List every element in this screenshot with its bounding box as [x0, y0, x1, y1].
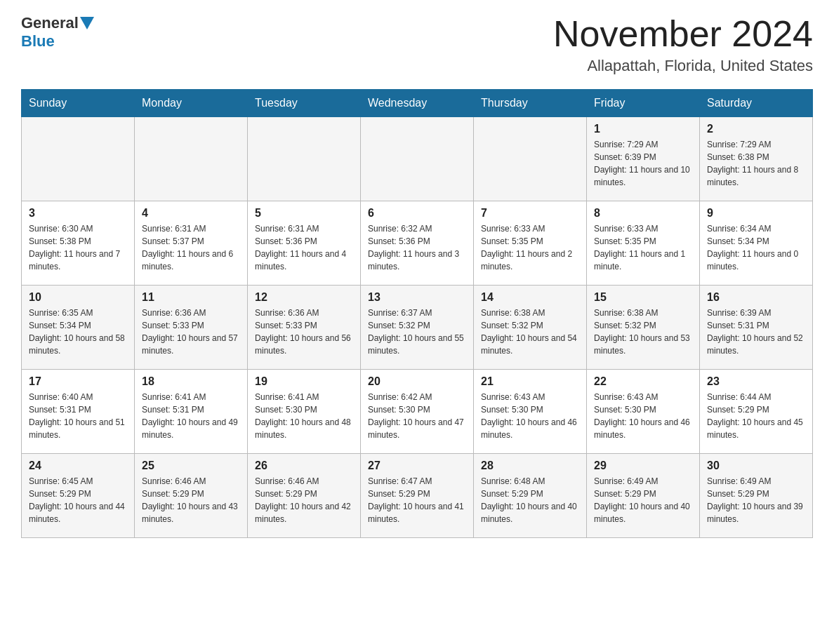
cell-week2-day5: 8Sunrise: 6:33 AMSunset: 5:35 PMDaylight… [587, 201, 700, 286]
day-number: 30 [707, 459, 805, 472]
day-info: Sunrise: 6:40 AMSunset: 5:31 PMDaylight:… [29, 391, 127, 441]
cell-week5-day6: 30Sunrise: 6:49 AMSunset: 5:29 PMDayligh… [700, 454, 813, 538]
day-info: Sunrise: 6:44 AMSunset: 5:29 PMDaylight:… [707, 391, 805, 441]
cell-week5-day0: 24Sunrise: 6:45 AMSunset: 5:29 PMDayligh… [22, 454, 135, 538]
day-number: 23 [707, 375, 805, 388]
cell-week3-day6: 16Sunrise: 6:39 AMSunset: 5:31 PMDayligh… [700, 286, 813, 370]
cell-week1-day6: 2Sunrise: 7:29 AMSunset: 6:38 PMDaylight… [700, 117, 813, 201]
cell-week4-day0: 17Sunrise: 6:40 AMSunset: 5:31 PMDayligh… [22, 370, 135, 454]
header-row: Sunday Monday Tuesday Wednesday Thursday… [22, 90, 813, 117]
day-info: Sunrise: 6:43 AMSunset: 5:30 PMDaylight:… [594, 391, 692, 441]
day-info: Sunrise: 6:31 AMSunset: 5:36 PMDaylight:… [255, 222, 353, 273]
cell-week1-day1 [135, 117, 248, 201]
day-number: 6 [368, 207, 466, 220]
cell-week3-day2: 12Sunrise: 6:36 AMSunset: 5:33 PMDayligh… [248, 286, 361, 370]
day-number: 3 [29, 207, 127, 220]
day-info: Sunrise: 6:36 AMSunset: 5:33 PMDaylight:… [255, 307, 353, 357]
cell-week2-day3: 6Sunrise: 6:32 AMSunset: 5:36 PMDaylight… [361, 201, 474, 286]
day-info: Sunrise: 6:49 AMSunset: 5:29 PMDaylight:… [594, 475, 692, 525]
day-info: Sunrise: 6:39 AMSunset: 5:31 PMDaylight:… [707, 307, 805, 357]
day-number: 24 [29, 459, 127, 472]
day-info: Sunrise: 6:33 AMSunset: 5:35 PMDaylight:… [481, 222, 579, 273]
col-saturday: Saturday [700, 90, 813, 117]
cell-week2-day1: 4Sunrise: 6:31 AMSunset: 5:37 PMDaylight… [135, 201, 248, 286]
cell-week2-day6: 9Sunrise: 6:34 AMSunset: 5:34 PMDaylight… [700, 201, 813, 286]
day-info: Sunrise: 7:29 AMSunset: 6:38 PMDaylight:… [707, 138, 805, 189]
day-info: Sunrise: 6:38 AMSunset: 5:32 PMDaylight:… [481, 307, 579, 357]
day-number: 29 [594, 459, 692, 472]
week-row-4: 17Sunrise: 6:40 AMSunset: 5:31 PMDayligh… [22, 370, 813, 454]
cell-week1-day5: 1Sunrise: 7:29 AMSunset: 6:39 PMDaylight… [587, 117, 700, 201]
day-number: 19 [255, 375, 353, 388]
day-info: Sunrise: 6:41 AMSunset: 5:30 PMDaylight:… [255, 391, 353, 441]
week-row-2: 3Sunrise: 6:30 AMSunset: 5:38 PMDaylight… [22, 201, 813, 286]
day-number: 12 [255, 291, 353, 304]
day-info: Sunrise: 6:30 AMSunset: 5:38 PMDaylight:… [29, 222, 127, 273]
day-number: 20 [368, 375, 466, 388]
day-number: 15 [594, 291, 692, 304]
day-info: Sunrise: 6:35 AMSunset: 5:34 PMDaylight:… [29, 307, 127, 357]
day-number: 14 [481, 291, 579, 304]
day-number: 2 [707, 123, 805, 135]
day-info: Sunrise: 6:31 AMSunset: 5:37 PMDaylight:… [142, 222, 240, 273]
day-number: 16 [707, 291, 805, 304]
day-info: Sunrise: 6:36 AMSunset: 5:33 PMDaylight:… [142, 307, 240, 357]
logo: General Blue [21, 14, 95, 51]
day-info: Sunrise: 6:37 AMSunset: 5:32 PMDaylight:… [368, 307, 466, 357]
cell-week1-day4 [474, 117, 587, 201]
day-number: 17 [29, 375, 127, 388]
col-wednesday: Wednesday [361, 90, 474, 117]
cell-week4-day1: 18Sunrise: 6:41 AMSunset: 5:31 PMDayligh… [135, 370, 248, 454]
day-number: 18 [142, 375, 240, 388]
day-number: 10 [29, 291, 127, 304]
cell-week4-day3: 20Sunrise: 6:42 AMSunset: 5:30 PMDayligh… [361, 370, 474, 454]
col-monday: Monday [135, 90, 248, 117]
month-title: November 2024 [553, 14, 813, 54]
day-info: Sunrise: 6:33 AMSunset: 5:35 PMDaylight:… [594, 222, 692, 273]
cell-week1-day3 [361, 117, 474, 201]
day-info: Sunrise: 6:46 AMSunset: 5:29 PMDaylight:… [142, 475, 240, 525]
cell-week5-day3: 27Sunrise: 6:47 AMSunset: 5:29 PMDayligh… [361, 454, 474, 538]
logo-triangle-icon [80, 17, 94, 29]
cell-week5-day1: 25Sunrise: 6:46 AMSunset: 5:29 PMDayligh… [135, 454, 248, 538]
day-number: 7 [481, 207, 579, 220]
logo-blue-text: Blue [21, 32, 55, 51]
day-info: Sunrise: 6:47 AMSunset: 5:29 PMDaylight:… [368, 475, 466, 525]
cell-week3-day1: 11Sunrise: 6:36 AMSunset: 5:33 PMDayligh… [135, 286, 248, 370]
cell-week5-day4: 28Sunrise: 6:48 AMSunset: 5:29 PMDayligh… [474, 454, 587, 538]
calendar-table: Sunday Monday Tuesday Wednesday Thursday… [21, 89, 813, 538]
location-title: Allapattah, Florida, United States [553, 57, 813, 75]
week-row-5: 24Sunrise: 6:45 AMSunset: 5:29 PMDayligh… [22, 454, 813, 538]
day-info: Sunrise: 6:34 AMSunset: 5:34 PMDaylight:… [707, 222, 805, 273]
day-number: 28 [481, 459, 579, 472]
day-number: 4 [142, 207, 240, 220]
logo-general-text: General [21, 14, 79, 32]
col-tuesday: Tuesday [248, 90, 361, 117]
day-number: 22 [594, 375, 692, 388]
day-number: 8 [594, 207, 692, 220]
day-info: Sunrise: 6:43 AMSunset: 5:30 PMDaylight:… [481, 391, 579, 441]
day-info: Sunrise: 6:38 AMSunset: 5:32 PMDaylight:… [594, 307, 692, 357]
cell-week1-day0 [22, 117, 135, 201]
day-info: Sunrise: 6:46 AMSunset: 5:29 PMDaylight:… [255, 475, 353, 525]
day-number: 1 [594, 123, 692, 135]
col-sunday: Sunday [22, 90, 135, 117]
week-row-3: 10Sunrise: 6:35 AMSunset: 5:34 PMDayligh… [22, 286, 813, 370]
cell-week4-day6: 23Sunrise: 6:44 AMSunset: 5:29 PMDayligh… [700, 370, 813, 454]
day-number: 25 [142, 459, 240, 472]
day-number: 21 [481, 375, 579, 388]
cell-week3-day4: 14Sunrise: 6:38 AMSunset: 5:32 PMDayligh… [474, 286, 587, 370]
cell-week2-day0: 3Sunrise: 6:30 AMSunset: 5:38 PMDaylight… [22, 201, 135, 286]
page-header: General Blue November 2024 Allapattah, F… [21, 14, 813, 75]
day-number: 26 [255, 459, 353, 472]
cell-week3-day3: 13Sunrise: 6:37 AMSunset: 5:32 PMDayligh… [361, 286, 474, 370]
cell-week3-day5: 15Sunrise: 6:38 AMSunset: 5:32 PMDayligh… [587, 286, 700, 370]
cell-week1-day2 [248, 117, 361, 201]
cell-week4-day2: 19Sunrise: 6:41 AMSunset: 5:30 PMDayligh… [248, 370, 361, 454]
col-friday: Friday [587, 90, 700, 117]
cell-week3-day0: 10Sunrise: 6:35 AMSunset: 5:34 PMDayligh… [22, 286, 135, 370]
week-row-1: 1Sunrise: 7:29 AMSunset: 6:39 PMDaylight… [22, 117, 813, 201]
day-number: 9 [707, 207, 805, 220]
cell-week2-day4: 7Sunrise: 6:33 AMSunset: 5:35 PMDaylight… [474, 201, 587, 286]
day-number: 5 [255, 207, 353, 220]
